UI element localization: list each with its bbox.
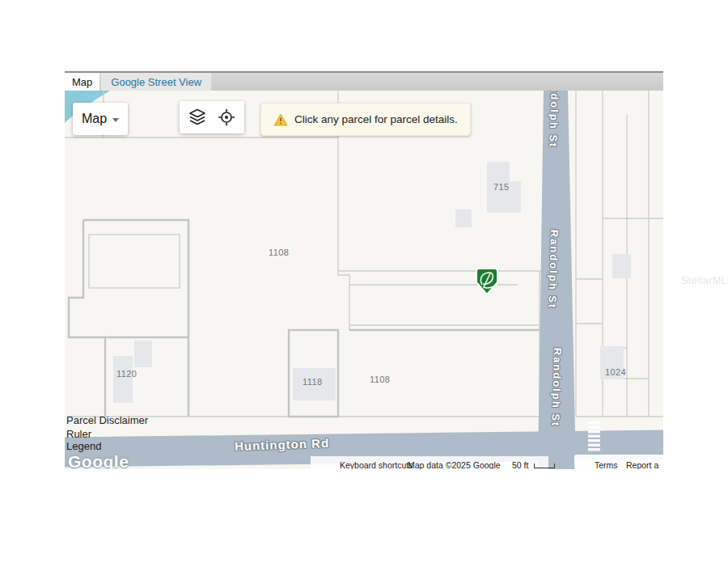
- parcel-label-1024: 1024: [605, 367, 626, 377]
- warning-icon: [273, 113, 288, 126]
- keyboard-shortcuts-link[interactable]: Keyboard shortcuts: [340, 460, 413, 469]
- map-type-button[interactable]: Map: [73, 103, 128, 135]
- scale-label: 50 ft: [512, 460, 528, 469]
- parcel-toast-text: Click any parcel for parcel details.: [294, 113, 458, 125]
- tab-google-street-view[interactable]: Google Street View: [101, 73, 211, 91]
- layers-icon[interactable]: [187, 107, 208, 128]
- map-type-label: Map: [82, 112, 107, 126]
- parcel-label-1108b: 1108: [370, 375, 390, 384]
- map-base-svg: [65, 91, 663, 469]
- locate-icon[interactable]: [216, 107, 237, 128]
- tab-bar: Map Google Street View: [65, 71, 663, 91]
- tree-shield-marker-icon[interactable]: [474, 266, 500, 297]
- road-label-randolph-mid: Randolph St: [546, 230, 561, 310]
- ruler-link[interactable]: Ruler: [66, 428, 91, 440]
- chevron-down-icon: [112, 118, 119, 122]
- parcel-label-1108: 1108: [269, 248, 289, 257]
- parcel-label-715: 715: [493, 182, 510, 192]
- parcel-toast: Click any parcel for parcel details.: [260, 103, 471, 136]
- map-widget: Map Google Street View: [65, 71, 663, 469]
- scale-bar: [534, 464, 555, 468]
- parcel-label-1120: 1120: [116, 369, 137, 379]
- map-tools-control: [180, 101, 244, 133]
- google-logo[interactable]: Google: [68, 452, 129, 469]
- parcel-disclaimer-link[interactable]: Parcel Disclaimer: [66, 414, 148, 426]
- parcel-label-1118: 1118: [303, 377, 322, 387]
- legend-link[interactable]: Legend: [66, 440, 101, 452]
- watermark: StellarMLS: [681, 275, 728, 286]
- report-error-link[interactable]: Report a: [626, 460, 658, 469]
- page: StellarMLS Map Google Street View: [0, 0, 728, 563]
- road-label-randolph-low: Randolph St: [549, 348, 564, 428]
- tab-map[interactable]: Map: [65, 73, 99, 91]
- map-viewport[interactable]: Randolph St Randolph St Randolph St Hunt…: [65, 91, 663, 469]
- map-data-attribution: Map data ©2025 Google: [408, 460, 501, 469]
- road-label-randolph-top: Randolph St: [547, 91, 561, 149]
- terms-link[interactable]: Terms: [595, 460, 618, 469]
